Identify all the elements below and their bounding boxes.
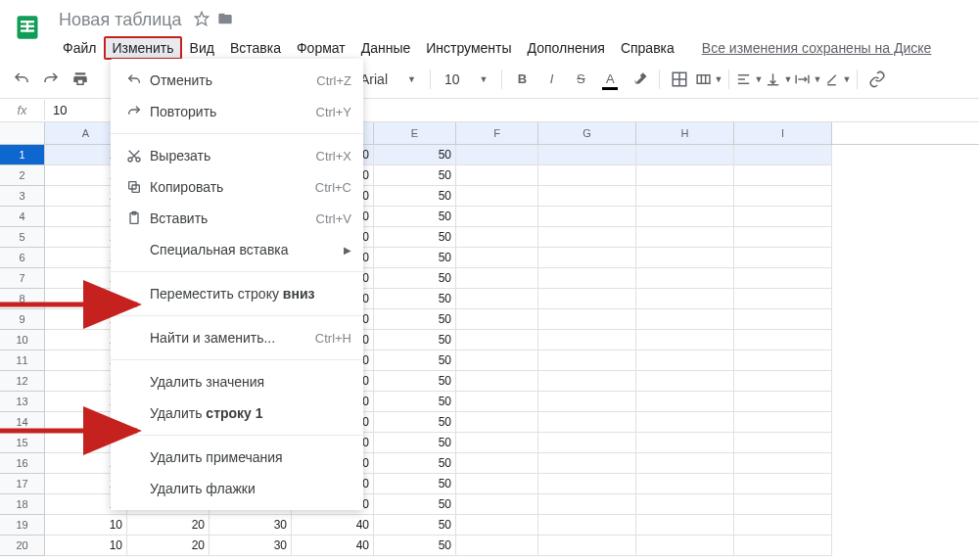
row-header[interactable]: 16 [0, 453, 45, 474]
cell[interactable] [538, 392, 636, 412]
menu-move-row-down[interactable]: Переместить строку вниз [111, 278, 363, 309]
cell[interactable]: 50 [374, 515, 456, 536]
cell[interactable] [538, 453, 636, 474]
cell[interactable] [734, 186, 832, 207]
print-button[interactable] [67, 66, 94, 93]
cell[interactable] [456, 494, 538, 515]
cell[interactable] [636, 165, 734, 186]
cell[interactable] [538, 186, 636, 207]
link-button[interactable] [863, 66, 891, 93]
col-header-F[interactable]: F [456, 122, 538, 144]
menu-find-replace[interactable]: Найти и заменить... Ctrl+H [111, 322, 363, 353]
cell[interactable] [456, 227, 538, 248]
cell[interactable] [734, 392, 832, 412]
cell[interactable]: 30 [210, 536, 292, 556]
menu-copy[interactable]: Копировать Ctrl+C [111, 171, 363, 203]
menu-paste-special[interactable]: Специальная вставка ▶ [111, 234, 363, 265]
cell[interactable] [456, 207, 538, 227]
cell[interactable] [538, 145, 636, 165]
cell[interactable]: 50 [374, 494, 456, 515]
menu-формат[interactable]: Формат [289, 36, 353, 60]
cell[interactable] [734, 536, 832, 556]
cell[interactable] [636, 536, 734, 556]
col-header-I[interactable]: I [734, 122, 832, 144]
cell[interactable] [538, 268, 636, 289]
cell[interactable] [456, 536, 538, 556]
cell[interactable] [456, 248, 538, 268]
cell[interactable] [636, 474, 734, 494]
cell[interactable]: 50 [374, 474, 456, 494]
cell[interactable] [734, 330, 832, 350]
cell[interactable]: 50 [374, 350, 456, 371]
row-header[interactable]: 7 [0, 268, 45, 289]
row-header[interactable]: 20 [0, 536, 45, 556]
cell[interactable] [734, 165, 832, 186]
cell[interactable]: 50 [374, 330, 456, 350]
menu-undo[interactable]: Отменить Ctrl+Z [111, 65, 363, 96]
cell[interactable] [538, 515, 636, 536]
save-status[interactable]: Все изменения сохранены на Диске [702, 40, 932, 56]
cell[interactable] [538, 165, 636, 186]
cell[interactable] [538, 494, 636, 515]
cell[interactable]: 50 [374, 433, 456, 453]
cell[interactable] [538, 330, 636, 350]
cell[interactable] [734, 433, 832, 453]
cell[interactable] [636, 207, 734, 227]
menu-redo[interactable]: Повторить Ctrl+Y [111, 96, 363, 127]
cell[interactable] [636, 494, 734, 515]
cell[interactable]: 10 [45, 536, 127, 556]
cell[interactable] [456, 433, 538, 453]
menu-delete-values[interactable]: Удалить значения [111, 366, 363, 397]
cell[interactable] [456, 371, 538, 392]
cell[interactable] [538, 350, 636, 371]
strikethrough-button[interactable]: S [567, 66, 594, 93]
menu-delete-checkboxes[interactable]: Удалить флажки [111, 473, 363, 504]
cell[interactable] [734, 515, 832, 536]
menu-вставка[interactable]: Вставка [222, 36, 289, 60]
text-color-button[interactable]: A [596, 66, 624, 93]
cell[interactable] [538, 227, 636, 248]
row-header[interactable]: 11 [0, 350, 45, 371]
cell[interactable] [734, 227, 832, 248]
cell[interactable]: 50 [374, 145, 456, 165]
cell[interactable]: 10 [45, 515, 127, 536]
row-header[interactable]: 17 [0, 474, 45, 494]
cell[interactable]: 20 [127, 515, 210, 536]
col-header-E[interactable]: E [374, 122, 456, 144]
row-header[interactable]: 15 [0, 433, 45, 453]
cell[interactable] [538, 433, 636, 453]
cell[interactable] [636, 289, 734, 309]
cell[interactable] [734, 412, 832, 433]
cell[interactable]: 50 [374, 248, 456, 268]
row-header[interactable]: 5 [0, 227, 45, 248]
row-header[interactable]: 3 [0, 186, 45, 207]
cell[interactable]: 50 [374, 309, 456, 330]
cell[interactable] [456, 289, 538, 309]
cell[interactable] [538, 371, 636, 392]
cell[interactable] [538, 536, 636, 556]
borders-button[interactable] [666, 66, 693, 93]
cell[interactable]: 50 [374, 412, 456, 433]
cell[interactable]: 50 [374, 453, 456, 474]
cell[interactable]: 50 [374, 536, 456, 556]
sheets-logo[interactable] [8, 8, 47, 47]
cell[interactable] [636, 412, 734, 433]
cell[interactable] [456, 350, 538, 371]
menu-данные[interactable]: Данные [353, 36, 419, 60]
folder-icon[interactable] [217, 11, 233, 29]
cell[interactable] [538, 248, 636, 268]
cell[interactable] [456, 330, 538, 350]
row-header[interactable]: 10 [0, 330, 45, 350]
doc-title[interactable]: Новая таблица [55, 8, 186, 32]
menu-дополнения[interactable]: Дополнения [520, 36, 613, 60]
wrap-button[interactable]: ▼ [794, 66, 821, 93]
menu-инструменты[interactable]: Инструменты [418, 36, 519, 60]
cell[interactable]: 30 [210, 515, 292, 536]
cell[interactable] [636, 227, 734, 248]
font-size-select[interactable]: 10 ▼ [437, 68, 496, 91]
menu-справка[interactable]: Справка [613, 36, 682, 60]
cell[interactable] [636, 268, 734, 289]
cell[interactable] [456, 309, 538, 330]
merge-button[interactable]: ▼ [695, 66, 723, 93]
cell[interactable]: 40 [292, 536, 374, 556]
